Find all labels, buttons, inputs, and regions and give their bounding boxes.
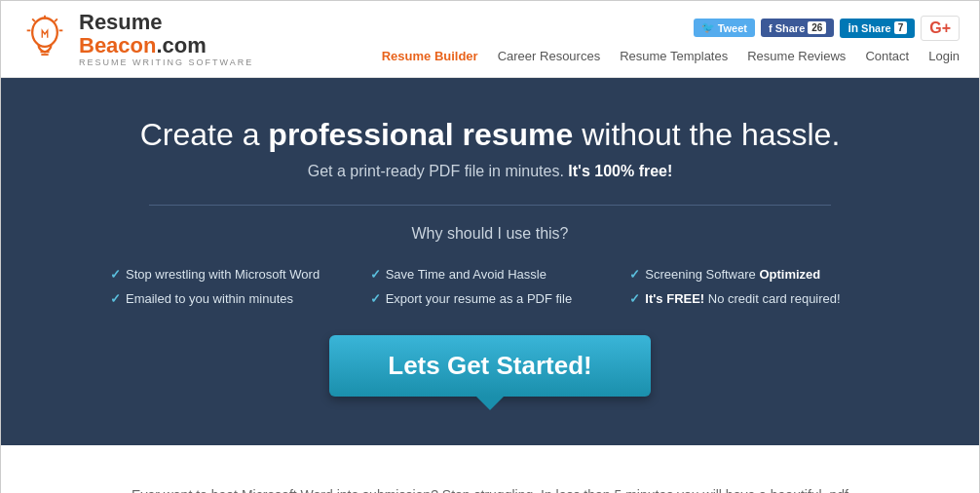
check-icon-5: ✓ (370, 291, 381, 306)
check-icon-4: ✓ (110, 291, 121, 306)
check-icon-2: ✓ (370, 267, 381, 282)
twitter-label: Tweet (718, 22, 747, 34)
bottom-text: Ever want to beat Microsoft Word into su… (110, 484, 870, 493)
linkedin-label: Share (861, 22, 891, 34)
svg-point-0 (32, 18, 57, 46)
check-icon-1: ✓ (110, 267, 121, 282)
feature-item-1: ✓ Stop wrestling with Microsoft Word (110, 267, 351, 282)
page-wrapper: ResumeBeacon.com RESUME WRITING SOFTWARE… (0, 0, 980, 493)
logo-name: ResumeBeacon.com (79, 11, 253, 57)
check-icon-6: ✓ (629, 291, 640, 306)
nav-resume-templates[interactable]: Resume Templates (620, 49, 728, 63)
nav-login[interactable]: Login (928, 49, 960, 63)
twitter-button[interactable]: 🐦 Tweet (694, 19, 755, 37)
check-icon-3: ✓ (629, 267, 640, 282)
facebook-label: Share (775, 22, 806, 34)
nav-career-resources[interactable]: Career Resources (498, 49, 601, 63)
nav-contact[interactable]: Contact (865, 49, 909, 63)
feature-text-6: It's FREE! No credit card required! (645, 291, 840, 306)
nav-resume-builder[interactable]: Resume Builder (382, 49, 478, 63)
divider (149, 205, 831, 206)
social-buttons: 🐦 Tweet f Share 26 in Share 7 G+ (694, 16, 960, 41)
features-grid: ✓ Stop wrestling with Microsoft Word ✓ S… (110, 267, 870, 306)
subheadline-text: Get a print-ready PDF file in minutes. (308, 163, 569, 179)
logo-text: ResumeBeacon.com RESUME WRITING SOFTWARE (79, 11, 253, 67)
cta-wrapper: Lets Get Started! (59, 335, 921, 397)
twitter-icon: 🐦 (701, 21, 715, 34)
svg-line-5 (55, 19, 57, 21)
feature-suffix-6: No credit card required! (704, 291, 840, 306)
feature-item-5: ✓ Export your resume as a PDF file (370, 291, 611, 306)
facebook-count: 26 (808, 21, 826, 34)
linkedin-icon: in (848, 21, 858, 35)
feature-item-6: ✓ It's FREE! No credit card required! (629, 291, 870, 306)
logo-tagline: RESUME WRITING SOFTWARE (79, 57, 253, 67)
logo-icon (20, 13, 69, 66)
facebook-icon: f (769, 22, 773, 34)
logo-area: ResumeBeacon.com RESUME WRITING SOFTWARE (20, 11, 253, 67)
feature-item-3: ✓ Screening Software Optimized (629, 267, 870, 282)
nav-resume-reviews[interactable]: Resume Reviews (747, 49, 846, 63)
feature-text-1: Stop wrestling with Microsoft Word (126, 267, 320, 282)
feature-text-3: Screening Software Optimized (645, 267, 820, 282)
why-label: Why should I use this? (59, 225, 921, 243)
feature-bold-6: It's FREE! (645, 291, 704, 306)
header: ResumeBeacon.com RESUME WRITING SOFTWARE… (1, 1, 979, 78)
subheadline-bold: It's 100% free! (568, 163, 672, 179)
header-right: 🐦 Tweet f Share 26 in Share 7 G+ R (382, 16, 960, 63)
feature-text-2: Save Time and Avoid Hassle (386, 267, 547, 282)
hero-section: Create a professional resume without the… (1, 78, 979, 445)
feature-text-4: Emailed to you within minutes (126, 291, 293, 306)
headline-end: without the hassle. (582, 117, 840, 152)
cta-button[interactable]: Lets Get Started! (329, 335, 651, 397)
feature-text-5: Export your resume as a PDF file (386, 291, 572, 306)
linkedin-button[interactable]: in Share 7 (840, 19, 915, 38)
googleplus-label: G+ (929, 19, 951, 37)
linkedin-count: 7 (894, 21, 908, 34)
bottom-section: Ever want to beat Microsoft Word into su… (1, 445, 979, 493)
googleplus-button[interactable]: G+ (921, 16, 960, 41)
hero-headline: Create a professional resume without the… (59, 117, 921, 153)
hero-subheadline: Get a print-ready PDF file in minutes. I… (59, 163, 921, 180)
headline-start: Create a (140, 117, 269, 152)
main-nav: Resume Builder Career Resources Resume T… (382, 49, 960, 63)
headline-bold: professional resume (268, 117, 573, 152)
feature-bold-3: Optimized (759, 267, 820, 282)
feature-item-4: ✓ Emailed to you within minutes (110, 291, 351, 306)
facebook-button[interactable]: f Share 26 (761, 19, 834, 37)
feature-item-2: ✓ Save Time and Avoid Hassle (370, 267, 611, 282)
svg-line-4 (32, 19, 35, 21)
